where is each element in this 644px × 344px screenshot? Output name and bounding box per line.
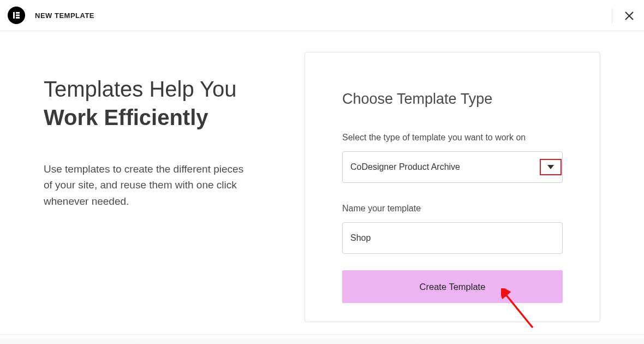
svg-rect-3 xyxy=(16,17,20,19)
svg-rect-2 xyxy=(16,15,20,16)
template-name-input[interactable] xyxy=(342,222,563,254)
intro-heading-line2: Work Efficiently xyxy=(44,103,272,132)
svg-rect-1 xyxy=(16,12,20,14)
intro-heading: Templates Help You Work Efficiently xyxy=(44,75,272,132)
elementor-logo-icon xyxy=(8,7,25,24)
close-button[interactable] xyxy=(622,9,636,23)
template-name-label: Name your template xyxy=(342,204,563,213)
intro-heading-line1: Templates Help You xyxy=(44,77,237,101)
header-divider xyxy=(612,8,612,23)
header-title: NEW TEMPLATE xyxy=(35,11,94,20)
modal-header: NEW TEMPLATE xyxy=(0,0,644,31)
create-template-button[interactable]: Create Template xyxy=(342,270,563,303)
intro-panel: Templates Help You Work Efficiently Use … xyxy=(0,31,305,344)
template-form-panel: Choose Template Type Select the type of … xyxy=(305,52,600,322)
template-type-label: Select the type of template you want to … xyxy=(342,133,563,143)
template-type-select[interactable] xyxy=(342,151,563,183)
footer-edge xyxy=(0,334,644,344)
panel-title: Choose Template Type xyxy=(342,91,563,108)
close-icon xyxy=(624,11,634,21)
svg-rect-0 xyxy=(13,12,15,19)
intro-description: Use templates to create the different pi… xyxy=(44,161,251,209)
